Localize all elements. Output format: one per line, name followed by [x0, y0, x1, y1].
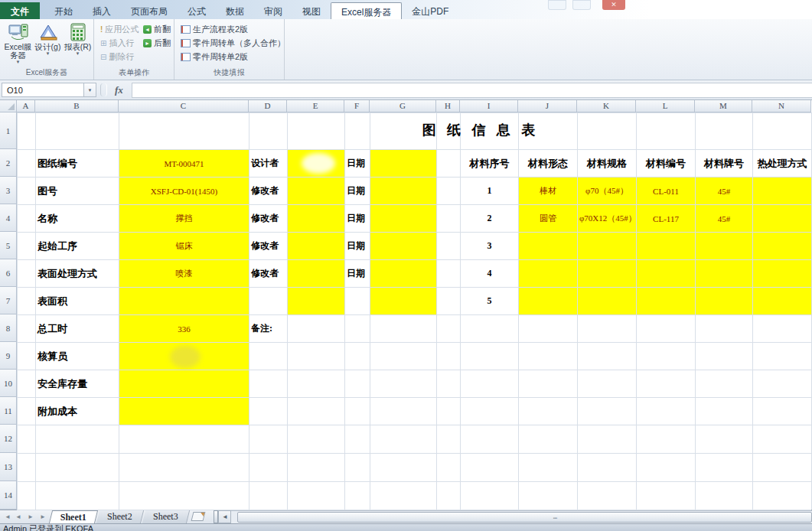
sheet-tab-1[interactable]: Sheet1	[49, 510, 98, 523]
row-header-3[interactable]: 3	[0, 177, 17, 204]
cell-label[interactable]: 日期	[345, 260, 370, 288]
column-header-F[interactable]: F	[344, 100, 370, 112]
cell-label[interactable]: 核算员	[36, 343, 119, 370]
cell-label[interactable]: 修改者	[249, 205, 288, 233]
page-prev-button[interactable]: ◄ 前翻	[143, 24, 171, 35]
tab-data[interactable]: 数据	[216, 2, 254, 19]
cell-label[interactable]: 图号	[36, 178, 119, 205]
cell-entry[interactable]	[370, 260, 437, 288]
cell-entry[interactable]	[637, 233, 696, 260]
row-header-4[interactable]: 4	[0, 204, 17, 232]
cell-entry[interactable]	[370, 288, 437, 315]
cell-entry[interactable]	[288, 233, 345, 260]
cell-empty[interactable]	[249, 288, 288, 315]
horizontal-scrollbar[interactable]: ┅	[231, 510, 812, 523]
cell-entry[interactable]	[119, 288, 249, 315]
cell-label[interactable]: 修改者	[249, 260, 288, 288]
cell-value[interactable]: 棒材	[519, 178, 578, 205]
cell-value[interactable]: 圆管	[519, 205, 578, 233]
column-header-A[interactable]: A	[17, 100, 35, 112]
quick-fill-item-3[interactable]: 零件周转单2版	[181, 51, 248, 63]
cell-value[interactable]: MT-000471	[119, 150, 249, 178]
hscroll-left-icon[interactable]: ◄	[218, 510, 231, 523]
cell-index[interactable]: 1	[461, 178, 519, 205]
tab-page-layout[interactable]: 页面布局	[121, 2, 178, 19]
cell-label[interactable]: 起始工序	[36, 233, 119, 260]
quick-fill-item-1[interactable]: 生产流程表2版	[181, 24, 248, 35]
column-header-G[interactable]: G	[370, 100, 436, 112]
cell-entry[interactable]	[696, 233, 753, 260]
cell-entry[interactable]	[119, 370, 249, 398]
row-header-14[interactable]: 14	[0, 481, 17, 510]
cell-value[interactable]: CL-011	[637, 178, 696, 205]
column-header[interactable]: 材料形态	[519, 150, 578, 178]
cell-label[interactable]: 表面处理方式	[36, 260, 119, 288]
insert-row-button[interactable]: ⊞ 插入行	[100, 37, 134, 49]
cell-label[interactable]: 名称	[36, 205, 119, 233]
cell-index[interactable]: 2	[461, 205, 519, 233]
cell-label[interactable]: 日期	[345, 178, 370, 205]
cell-entry[interactable]	[288, 260, 345, 288]
cell-label[interactable]: 安全库存量	[36, 370, 119, 398]
cell-entry[interactable]	[753, 233, 812, 260]
cell-value[interactable]: φ70（45#）	[578, 178, 637, 205]
row-header-6[interactable]: 6	[0, 259, 17, 287]
column-header-H[interactable]: H	[436, 100, 460, 112]
cell-value[interactable]: 喷漆	[119, 260, 249, 288]
cell-entry[interactable]	[578, 260, 637, 288]
last-sheet-icon[interactable]: ►	[37, 510, 49, 523]
maximize-button[interactable]	[572, 0, 591, 10]
cell-entry[interactable]	[288, 205, 345, 233]
row-header-12[interactable]: 12	[0, 425, 17, 453]
column-header-L[interactable]: L	[636, 100, 695, 112]
column-header-K[interactable]: K	[577, 100, 636, 112]
tab-review[interactable]: 审阅	[254, 2, 292, 19]
cell-index[interactable]: 5	[461, 288, 519, 315]
tab-excel-server[interactable]: Excel服务器	[331, 2, 402, 19]
cell-entry[interactable]	[370, 205, 437, 233]
tab-home[interactable]: 开始	[44, 2, 83, 19]
insert-worksheet-icon[interactable]	[191, 512, 206, 521]
page-next-button[interactable]: ► 后翻	[143, 37, 171, 49]
sheet-title-cell[interactable]: 图 纸 信 息 表	[398, 121, 563, 139]
tab-file[interactable]: 文件	[0, 2, 40, 19]
column-header-E[interactable]: E	[287, 100, 344, 112]
row-header-9[interactable]: 9	[0, 342, 17, 370]
cell-entry[interactable]	[519, 233, 578, 260]
sheet-tab-3[interactable]: Sheet3	[142, 510, 190, 523]
cell-entry[interactable]	[696, 260, 753, 288]
name-box[interactable]: O10	[2, 83, 84, 97]
quick-fill-item-2[interactable]: 零件周转单（多人合作）	[181, 37, 285, 49]
cell-entry[interactable]	[519, 260, 578, 288]
column-header[interactable]: 材料序号	[461, 150, 519, 178]
select-all-corner[interactable]	[0, 100, 17, 112]
cell-value[interactable]: 45#	[696, 205, 753, 233]
row-header-2[interactable]: 2	[0, 149, 17, 177]
delete-row-button[interactable]: ⊟ 删除行	[100, 51, 134, 63]
cell-empty[interactable]	[345, 288, 370, 315]
cell-remarks[interactable]	[288, 315, 437, 343]
cell-label[interactable]: 表面积	[36, 288, 119, 315]
cell-entry[interactable]	[753, 205, 812, 233]
cell-entry[interactable]	[753, 288, 812, 315]
tab-kingsoft-pdf[interactable]: 金山PDF	[402, 2, 458, 19]
column-header-M[interactable]: M	[695, 100, 752, 112]
row-header-10[interactable]: 10	[0, 370, 17, 397]
cell-value[interactable]: XSFJ-CD-01(1450)	[119, 178, 249, 205]
name-box-dropdown-icon[interactable]: ▼	[84, 83, 96, 97]
cell-label[interactable]: 修改者	[249, 233, 288, 260]
cell-label[interactable]: 图纸编号	[36, 150, 119, 178]
cell-label[interactable]: 总工时	[36, 315, 119, 343]
cell-label[interactable]: 附加成本	[36, 398, 119, 425]
cell-label[interactable]: 设计者	[249, 150, 288, 178]
minimize-button[interactable]	[548, 0, 566, 10]
column-header-D[interactable]: D	[249, 100, 287, 112]
first-sheet-icon[interactable]: ◄	[0, 510, 12, 523]
row-header-8[interactable]: 8	[0, 314, 17, 342]
cell-index[interactable]: 4	[461, 260, 519, 288]
cell-value[interactable]: 撑挡	[119, 205, 249, 233]
cell-label[interactable]: 备注:	[249, 315, 288, 343]
cell-entry[interactable]	[370, 178, 437, 205]
cell-entry[interactable]	[753, 260, 812, 288]
row-header-13[interactable]: 13	[0, 453, 17, 481]
